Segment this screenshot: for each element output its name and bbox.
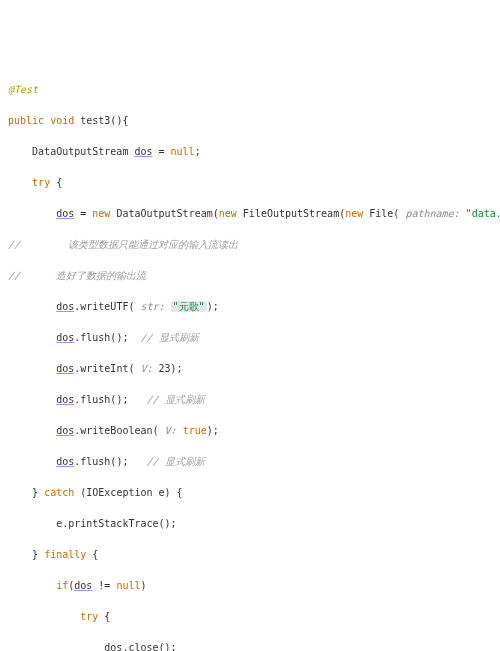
line: dos.writeInt( V: 23);: [8, 361, 492, 377]
line: public void test3(){: [8, 113, 492, 129]
line: } finally {: [8, 547, 492, 563]
annotation: @Test: [8, 84, 38, 95]
line: // 该类型数据只能通过对应的输入流读出: [8, 237, 492, 253]
line: dos.flush(); // 显式刷新: [8, 392, 492, 408]
code-block-test3: @Test public void test3(){ DataOutputStr…: [8, 66, 492, 651]
line: try {: [8, 609, 492, 625]
line: DataOutputStream dos = null;: [8, 144, 492, 160]
line: try {: [8, 175, 492, 191]
line: if(dos != null): [8, 578, 492, 594]
line: e.printStackTrace();: [8, 516, 492, 532]
line: dos.flush(); // 显式刷新: [8, 454, 492, 470]
line: @Test: [8, 82, 492, 98]
line: // 造好了数据的输出流: [8, 268, 492, 284]
line: } catch (IOException e) {: [8, 485, 492, 501]
var-dos: dos: [134, 146, 152, 157]
line: dos.writeUTF( str: "元歌");: [8, 299, 492, 315]
line: dos = new DataOutputStream(new FileOutpu…: [8, 206, 492, 222]
line: dos.flush(); // 显式刷新: [8, 330, 492, 346]
line: dos.close();: [8, 640, 492, 652]
line: dos.writeBoolean( V: true);: [8, 423, 492, 439]
